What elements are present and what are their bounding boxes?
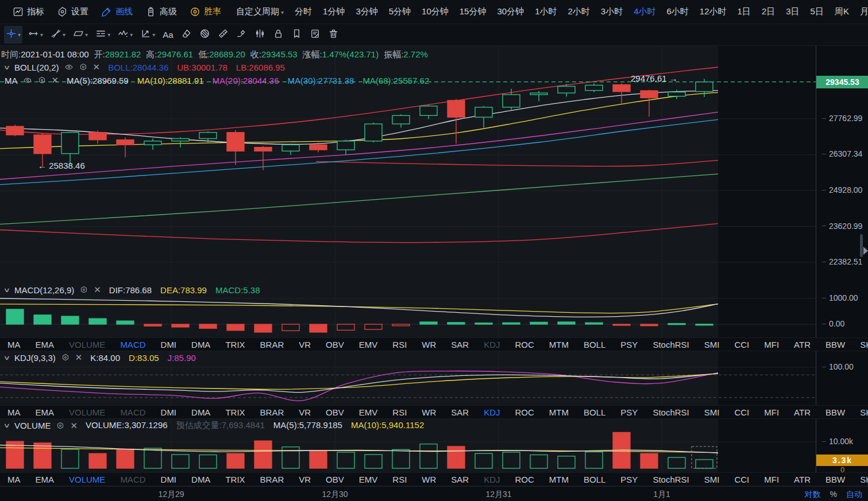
tab-dma[interactable]: DMA <box>191 407 210 417</box>
draw-tool-wave[interactable]: ▾ <box>116 26 134 44</box>
tab-trix[interactable]: TRIX <box>225 407 245 417</box>
draw-tool-channel[interactable]: ▾ <box>94 26 112 44</box>
tab-volume[interactable]: VOLUME <box>69 475 105 484</box>
timeframe-5日[interactable]: 5日 <box>811 6 824 17</box>
tab-roc[interactable]: ROC <box>515 407 534 417</box>
tab-mtm[interactable]: MTM <box>549 340 569 349</box>
tab-emv[interactable]: EMV <box>359 407 378 417</box>
eye-icon[interactable] <box>64 63 74 72</box>
tab-mfi[interactable]: MFI <box>764 340 779 349</box>
tab-smi[interactable]: SMI <box>704 340 720 349</box>
timeframe-6小时[interactable]: 6小时 <box>667 6 689 17</box>
timeframe-15分钟[interactable]: 15分钟 <box>460 6 487 17</box>
collapse-chevron-icon[interactable]: ∨ <box>3 64 11 71</box>
tab-bbw[interactable]: BBW <box>825 407 845 417</box>
tab-boll[interactable]: BOLL <box>584 407 605 417</box>
tab-roc[interactable]: ROC <box>515 340 534 349</box>
timeframe-2小时[interactable]: 2小时 <box>568 6 589 17</box>
tab-mfi[interactable]: MFI <box>764 407 779 417</box>
toolbar-drawline-button[interactable]: 画线 <box>101 6 133 17</box>
tab-macd[interactable]: MACD <box>120 475 145 484</box>
tab-skdj[interactable]: SKDJ <box>860 407 868 417</box>
tab-macd[interactable]: MACD <box>120 407 145 417</box>
close-icon[interactable]: ✕ <box>75 352 83 363</box>
tab-wr[interactable]: WR <box>422 475 436 484</box>
panel-expand-arrow-icon[interactable] <box>863 247 868 255</box>
tab-atr[interactable]: ATR <box>794 407 811 417</box>
tab-macd[interactable]: MACD <box>120 340 145 349</box>
toolbar-indicator-button[interactable]: 指标 <box>13 6 44 17</box>
tab-stochrsi[interactable]: StochRSI <box>653 475 689 484</box>
tab-bbw[interactable]: BBW <box>825 475 845 484</box>
tab-boll[interactable]: BOLL <box>584 475 605 484</box>
timeframe-1分钟[interactable]: 1分钟 <box>323 6 345 17</box>
timeframe-12小时[interactable]: 12小时 <box>700 6 727 17</box>
tab-vr[interactable]: VR <box>299 340 311 349</box>
draw-tool-measure[interactable]: ▾ <box>138 26 157 44</box>
tab-vr[interactable]: VR <box>299 407 311 417</box>
tab-sar[interactable]: SAR <box>451 340 469 349</box>
draw-tool-order-note[interactable] <box>308 26 322 44</box>
tab-kdj[interactable]: KDJ <box>484 407 500 417</box>
tab-ema[interactable]: EMA <box>36 475 55 484</box>
timeframe-分时[interactable]: 分时 <box>295 6 312 17</box>
tab-dma[interactable]: DMA <box>191 475 210 484</box>
draw-tool-ruler[interactable] <box>216 26 230 44</box>
scale-control-自动[interactable]: 自动 <box>846 490 862 500</box>
timeframe-10分钟[interactable]: 10分钟 <box>422 6 449 17</box>
scrollbar-thumb[interactable] <box>860 234 863 257</box>
tab-rsi[interactable]: RSI <box>392 340 407 349</box>
close-icon[interactable]: ✕ <box>93 62 101 72</box>
gear-icon[interactable] <box>37 76 47 85</box>
tab-ma[interactable]: MA <box>7 407 21 417</box>
tab-dmi[interactable]: DMI <box>161 340 177 349</box>
timeframe-周K[interactable]: 周K <box>835 6 849 17</box>
timeframe-1日[interactable]: 1日 <box>738 6 751 17</box>
tab-psy[interactable]: PSY <box>620 407 638 417</box>
tab-stochrsi[interactable]: StochRSI <box>653 407 689 417</box>
tab-stochrsi[interactable]: StochRSI <box>653 340 689 349</box>
tab-mtm[interactable]: MTM <box>549 407 569 417</box>
tab-dmi[interactable]: DMI <box>161 407 177 417</box>
tab-trix[interactable]: TRIX <box>225 340 245 349</box>
tab-cci[interactable]: CCI <box>734 475 749 484</box>
draw-tool-trend-lines[interactable]: ▾ <box>49 26 67 44</box>
tab-brar[interactable]: BRAR <box>260 407 284 417</box>
draw-tool-hide-drawings[interactable] <box>198 26 212 44</box>
gear-icon[interactable] <box>61 353 70 362</box>
timeframe-月K[interactable]: 月K <box>860 6 868 17</box>
collapse-chevron-icon[interactable]: ∨ <box>3 286 11 294</box>
tab-ma[interactable]: MA <box>7 475 21 484</box>
draw-tool-text[interactable]: Aa <box>161 28 175 42</box>
tab-vr[interactable]: VR <box>299 475 311 484</box>
tab-brar[interactable]: BRAR <box>260 475 284 484</box>
tab-atr[interactable]: ATR <box>794 340 811 349</box>
tab-emv[interactable]: EMV <box>359 340 378 349</box>
draw-tool-trash[interactable] <box>326 26 341 44</box>
draw-tool-ray[interactable]: ▾ <box>26 26 45 44</box>
draw-tool-crosshair[interactable]: ▾ <box>4 26 22 44</box>
tab-psy[interactable]: PSY <box>620 475 638 484</box>
tab-smi[interactable]: SMI <box>704 475 720 484</box>
timeframe-1小时[interactable]: 1小时 <box>535 6 557 17</box>
tab-skdj[interactable]: SKDJ <box>860 475 868 484</box>
tab-roc[interactable]: ROC <box>515 475 534 484</box>
timeframe-3小时[interactable]: 3小时 <box>601 6 623 17</box>
tab-cci[interactable]: CCI <box>734 340 749 349</box>
tab-obv[interactable]: OBV <box>326 340 344 349</box>
tab-dma[interactable]: DMA <box>191 340 210 349</box>
tab-wr[interactable]: WR <box>422 407 436 417</box>
eye-icon[interactable] <box>23 76 32 85</box>
tab-mfi[interactable]: MFI <box>764 475 779 484</box>
tab-cci[interactable]: CCI <box>734 407 749 417</box>
tab-brar[interactable]: BRAR <box>260 340 284 349</box>
custom-period-dropdown[interactable]: 自定义周期▾ <box>236 6 284 17</box>
tab-obv[interactable]: OBV <box>326 407 344 417</box>
tab-volume[interactable]: VOLUME <box>69 407 105 417</box>
scale-control-%[interactable]: % <box>830 490 837 500</box>
close-icon[interactable]: ✕ <box>70 421 78 431</box>
toolbar-advanced-button[interactable]: 高级 <box>145 6 177 17</box>
toolbar-winrate-button[interactable]: 胜率 <box>190 6 221 17</box>
gear-icon[interactable] <box>79 63 88 72</box>
draw-tool-brush[interactable] <box>234 26 249 44</box>
